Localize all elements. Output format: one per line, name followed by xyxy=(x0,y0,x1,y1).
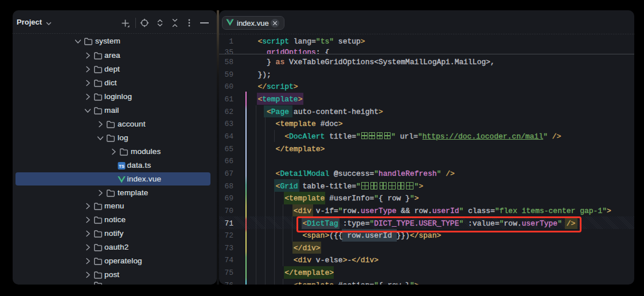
svg-text:TS: TS xyxy=(118,164,124,169)
